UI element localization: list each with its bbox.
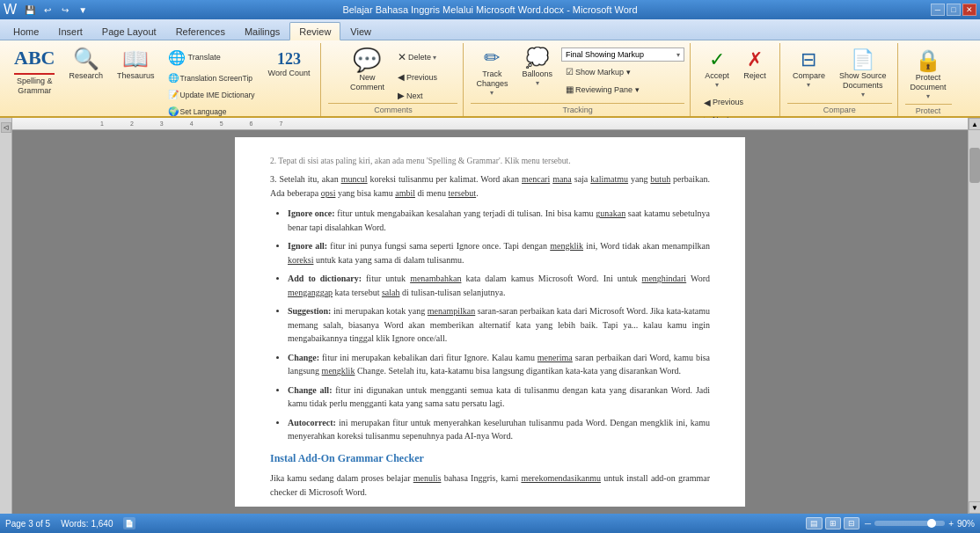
customize-quick-btn[interactable]: ▼ (75, 2, 91, 18)
thesaurus-icon: 📖 (122, 48, 149, 69)
close-btn[interactable]: ✕ (962, 4, 976, 16)
research-icon: 🔍 (73, 48, 99, 69)
protect-label: ProtectDocument (911, 73, 947, 92)
vertical-scrollbar[interactable]: ▲ ▼ (968, 118, 980, 514)
prev-comment-icon: ◀ (398, 72, 405, 82)
tracking-content: ✏ TrackChanges ▾ 💭 Balloons ▾ Final Show… (471, 45, 684, 103)
show-markup-icon: ☑ (566, 67, 574, 77)
research-button[interactable]: 🔍 Research (63, 45, 108, 84)
accept-icon: ✓ (709, 48, 725, 71)
bullet-add-dict: Add to dictionary: fitur untuk menambahk… (288, 272, 710, 299)
show-markup-button[interactable]: ☑ Show Markup ▾ (561, 64, 684, 79)
scroll-thumb[interactable] (969, 148, 980, 183)
tab-references[interactable]: References (166, 22, 235, 40)
new-comment-label: NewComment (350, 73, 384, 92)
protect-document-button[interactable]: 🔒 ProtectDocument ▾ (905, 45, 952, 104)
tab-page-layout[interactable]: Page Layout (92, 22, 166, 40)
bullet-autocorrect: Autocorrect: ini merupakan fitur untuk m… (288, 416, 710, 443)
thesaurus-label: Thesaurus (117, 71, 155, 81)
full-screen-btn[interactable]: ⊞ (825, 517, 841, 529)
show-source-dropdown-icon: ▾ (861, 91, 865, 99)
protect-group: 🔒 ProtectDocument ▾ Protect (900, 43, 957, 116)
left-panel: ◁ (0, 118, 12, 514)
page-container: 2. Tepat di sisi atas paling kiri, akan … (235, 137, 745, 507)
minimize-btn[interactable]: ─ (931, 4, 945, 16)
zoom-in-btn[interactable]: + (948, 519, 954, 529)
feature-list: Ignore once: fitur untuk mengabaikan kes… (288, 207, 710, 443)
scroll-down-btn[interactable]: ▼ (969, 501, 980, 514)
delete-icon: ✕ (398, 51, 406, 63)
status-left: Page 3 of 5 Words: 1,640 📄 (5, 517, 135, 529)
compare-dropdown-icon: ▾ (807, 81, 810, 89)
undo-quick-btn[interactable]: ↩ (40, 2, 55, 18)
changes-content: ✓ Accept ▾ ✗ Reject ◀ Previous ▶ Next (699, 45, 772, 128)
translate-button[interactable]: 🌐 Translate (164, 47, 260, 69)
ribbon: ABC ___ Spelling &Grammar 🔍 Research 📖 T… (0, 40, 980, 118)
maximize-btn[interactable]: □ (947, 4, 961, 16)
update-ime-button[interactable]: 📝 Update IME Dictionary (164, 87, 260, 102)
tab-home[interactable]: Home (4, 22, 48, 40)
zoom-out-btn[interactable]: ─ (865, 519, 871, 529)
accept-label: Accept (705, 71, 729, 81)
redo-quick-btn[interactable]: ↪ (57, 2, 73, 18)
tracking-group: ✏ TrackChanges ▾ 💭 Balloons ▾ Final Show… (465, 43, 691, 116)
new-comment-icon: 💬 (353, 48, 381, 71)
left-panel-btn1[interactable]: ◁ (1, 122, 11, 133)
balloons-icon: 💭 (525, 48, 549, 68)
delete-dropdown-icon: ▾ (433, 54, 436, 62)
bullet-suggestion: Suggestion: ini merupakan kotak yang men… (288, 304, 710, 346)
changes-group: ✓ Accept ▾ ✗ Reject ◀ Previous ▶ Next (692, 43, 780, 116)
page-top-text: 2. Tepat di sisi atas paling kiri, akan … (270, 155, 710, 167)
protect-content: 🔒 ProtectDocument ▾ (905, 45, 952, 104)
balloons-dropdown-icon: ▾ (536, 79, 539, 87)
set-language-button[interactable]: 🌍 Set Language (164, 104, 260, 119)
compare-group: ⊟ Compare ▾ 📄 Show SourceDocuments ▾ Com… (782, 43, 898, 116)
comments-label: Comments (328, 103, 457, 116)
print-view-btn[interactable]: ▤ (806, 517, 823, 529)
translate-label: Translate (188, 53, 221, 62)
proofing-group: ABC ___ Spelling &Grammar 🔍 Research 📖 T… (4, 43, 321, 116)
track-changes-label: TrackChanges (476, 69, 508, 89)
reviewing-pane-icon: ▦ (566, 84, 574, 94)
tab-mailings[interactable]: Mailings (235, 22, 289, 40)
reviewing-pane-button[interactable]: ▦ Reviewing Pane ▾ (561, 82, 684, 97)
markup-dropdown[interactable]: Final Showing Markup ▾ (561, 47, 684, 62)
protect-label-group: Protect (905, 104, 952, 117)
tab-review[interactable]: Review (289, 22, 340, 40)
translate-icon: 🌐 (168, 49, 186, 66)
page: 2. Tepat di sisi atas paling kiri, akan … (235, 137, 745, 507)
new-comment-button[interactable]: 💬 NewComment (345, 45, 390, 96)
markup-dropdown-arrow: ▾ (676, 51, 680, 59)
tab-insert[interactable]: Insert (48, 22, 92, 40)
web-view-btn[interactable]: ⊟ (844, 517, 859, 529)
balloons-button[interactable]: 💭 Balloons ▾ (516, 45, 558, 91)
next-comment-button[interactable]: ▶ Next (393, 88, 442, 103)
previous-change-button[interactable]: ◀ Previous (699, 95, 772, 110)
para-3: 3. Setelah itu, akan muncul koreksi tuli… (270, 172, 710, 200)
thesaurus-button[interactable]: 📖 Thesaurus (112, 45, 160, 84)
scroll-up-btn[interactable]: ▲ (969, 118, 980, 130)
next-comment-icon: ▶ (398, 91, 405, 100)
translation-screentip-button[interactable]: 🌐 Translation ScreenTip (164, 70, 260, 85)
window-controls: ─ □ ✕ (931, 4, 976, 16)
track-changes-button[interactable]: ✏ TrackChanges ▾ (471, 45, 513, 100)
tab-view[interactable]: View (340, 22, 381, 40)
zoom-slider[interactable] (874, 521, 945, 526)
reject-button[interactable]: ✗ Reject (737, 45, 772, 92)
tracking-label: Tracking (471, 103, 684, 116)
delete-comment-button[interactable]: ✕ Delete ▾ (393, 48, 442, 66)
proofing-content: ABC ___ Spelling &Grammar 🔍 Research 📖 T… (9, 45, 315, 119)
word-count-icon: 123 (277, 50, 301, 69)
spelling-grammar-button[interactable]: ABC ___ Spelling &Grammar (9, 45, 60, 99)
spelling-label: Spelling &Grammar (17, 77, 53, 96)
show-source-button[interactable]: 📄 Show SourceDocuments ▾ (834, 45, 892, 102)
previous-comment-button[interactable]: ◀ Previous (393, 69, 442, 84)
compare-button[interactable]: ⊟ Compare ▾ (787, 45, 830, 92)
show-source-icon: 📄 (851, 48, 874, 71)
compare-content: ⊟ Compare ▾ 📄 Show SourceDocuments ▾ (787, 45, 892, 103)
accept-button[interactable]: ✓ Accept ▾ (699, 45, 735, 92)
word-count-button[interactable]: 123 Word Count (263, 47, 316, 82)
comments-group: 💬 NewComment ✕ Delete ▾ ◀ Previous ▶ Nex… (323, 43, 464, 116)
view-buttons: ▤ ⊞ ⊟ (806, 517, 859, 529)
save-quick-btn[interactable]: 💾 (22, 2, 38, 18)
